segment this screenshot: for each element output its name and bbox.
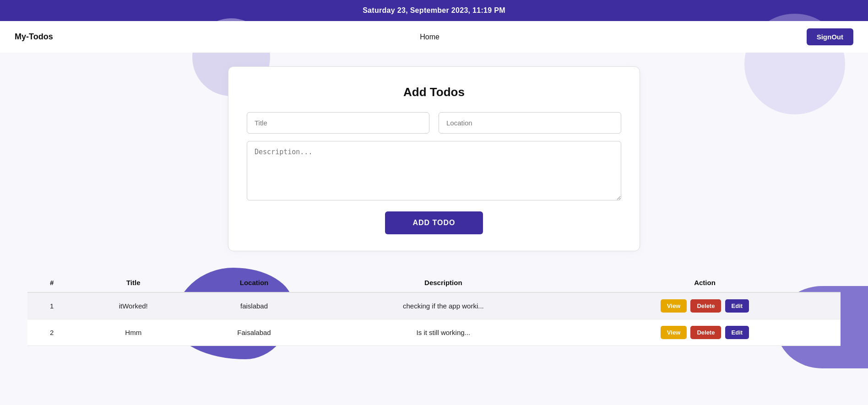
cell-location: faislabad [190, 292, 317, 319]
edit-button[interactable]: Edit [725, 326, 749, 339]
cell-num: 2 [27, 319, 76, 346]
col-num: # [27, 273, 76, 292]
description-textarea[interactable] [247, 141, 621, 200]
view-button[interactable]: View [661, 299, 687, 313]
todos-table: # Title Location Description Action 1 it… [27, 273, 841, 346]
card-title: Add Todos [247, 85, 621, 99]
table-row: 1 itWorked! faislabad checking if the ap… [27, 292, 841, 319]
col-location: Location [190, 273, 317, 292]
cell-action: View Delete Edit [569, 319, 841, 346]
view-button[interactable]: View [661, 326, 687, 339]
cell-title: itWorked! [76, 292, 190, 319]
delete-button[interactable]: Delete [690, 299, 721, 313]
cell-num: 1 [27, 292, 76, 319]
col-action: Action [569, 273, 841, 292]
navbar: My-Todos Home SignOut [0, 21, 868, 53]
datetime-text: Saturday 23, September 2023, 11:19 PM [363, 6, 505, 14]
col-description: Description [318, 273, 569, 292]
location-input[interactable] [439, 112, 621, 134]
cell-title: Hmm [76, 319, 190, 346]
table-body: 1 itWorked! faislabad checking if the ap… [27, 292, 841, 346]
top-bar: Saturday 23, September 2023, 11:19 PM [0, 0, 868, 21]
form-row-top [247, 112, 621, 134]
add-todo-button[interactable]: ADD TODO [385, 211, 483, 234]
signout-button[interactable]: SignOut [807, 28, 853, 45]
table-header: # Title Location Description Action [27, 273, 841, 292]
cell-action: View Delete Edit [569, 292, 841, 319]
cell-description: checking if the app worki... [318, 292, 569, 319]
delete-button[interactable]: Delete [690, 326, 721, 339]
nav-brand: My-Todos [15, 32, 53, 42]
edit-button[interactable]: Edit [725, 299, 749, 313]
cell-description: Is it still working... [318, 319, 569, 346]
nav-home-link[interactable]: Home [420, 33, 439, 41]
table-row: 2 Hmm Faisalabad Is it still working... … [27, 319, 841, 346]
cell-location: Faisalabad [190, 319, 317, 346]
title-input[interactable] [247, 112, 429, 134]
card-container: Add Todos ADD TODO [0, 66, 868, 251]
todos-table-section: # Title Location Description Action 1 it… [27, 273, 841, 346]
add-todo-card: Add Todos ADD TODO [228, 66, 640, 251]
col-title: Title [76, 273, 190, 292]
